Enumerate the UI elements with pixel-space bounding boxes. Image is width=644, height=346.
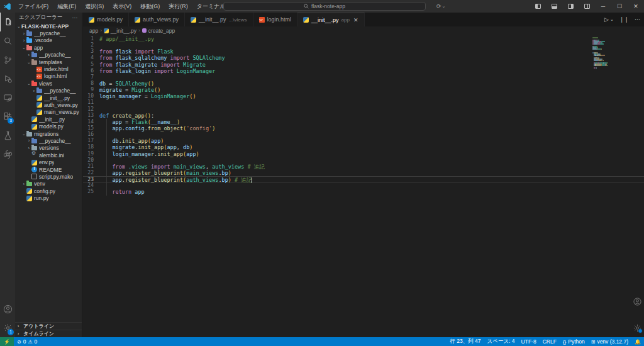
tab-models-py[interactable]: models.py	[83, 13, 129, 26]
html-icon	[36, 74, 42, 79]
customize-layout-icon[interactable]	[579, 0, 595, 13]
line-content: migrate = Migrate()	[99, 87, 160, 93]
explorer-icon[interactable]	[0, 13, 15, 31]
tab-suffix: ...\views	[229, 17, 247, 23]
encoding[interactable]: UTF-8	[518, 337, 540, 346]
tree-item--pycache-[interactable]: ›__pycache__	[15, 52, 82, 59]
tree-item-label: run.py	[34, 195, 49, 201]
more-actions-icon[interactable]: ⋯	[635, 16, 640, 23]
run-button[interactable]: ▷	[604, 16, 609, 23]
menu-item-r[interactable]: 実行(R)	[164, 0, 192, 13]
testing-icon[interactable]	[0, 126, 15, 145]
tree-item-label: __pycache__	[34, 30, 66, 36]
badge: 3	[8, 118, 14, 124]
tree-item-auth-views-py[interactable]: auth_views.py	[15, 101, 82, 108]
menu-item-v[interactable]: 表示(V)	[108, 0, 136, 13]
tree-item-alembic-ini[interactable]: alembic.ini	[15, 152, 82, 159]
tree-item-readme[interactable]: README	[15, 166, 82, 173]
run-debug-icon[interactable]	[0, 69, 15, 88]
tree-item--init-py[interactable]: __init__.py	[15, 94, 82, 101]
tree-item-templates[interactable]: ⌄templates	[15, 59, 82, 65]
breadcrumb-item[interactable]: app	[89, 28, 98, 34]
tree-item-label: __pycache__	[39, 138, 71, 144]
html-icon	[36, 67, 42, 72]
tree-item--pycache-[interactable]: ›__pycache__	[15, 87, 82, 94]
tree-item-config-py[interactable]: config.py	[15, 187, 82, 194]
code-line-9: 9migrate = Migrate()	[83, 87, 644, 93]
notifications-bell[interactable]: 🔔	[631, 337, 644, 346]
python-icon[interactable]	[0, 145, 15, 164]
toggle-panel-icon[interactable]	[546, 0, 562, 13]
code-editor[interactable]: 1# app/__init__.py23from flask import Fl…	[83, 35, 644, 328]
tree-item-label: __pycache__	[44, 87, 76, 94]
tree-item-models-py[interactable]: models.py	[15, 123, 82, 130]
extensions-icon[interactable]: 3	[0, 107, 15, 126]
tab--init-py[interactable]: __init__.py...\views	[185, 13, 253, 26]
breadcrumb-item[interactable]: __init__.py	[111, 28, 136, 34]
tree-item-run-py[interactable]: run.py	[15, 194, 82, 201]
folder-icon	[26, 38, 32, 43]
toggle-primary-sidebar-icon[interactable]	[530, 0, 546, 13]
tree-item--vscode[interactable]: ›.vscode	[15, 37, 82, 44]
tab-close-icon[interactable]: ✕	[353, 17, 358, 23]
toggle-secondary-sidebar-icon[interactable]	[562, 0, 579, 13]
window-close-button[interactable]: ✕	[628, 0, 644, 13]
python-interpreter[interactable]: ⊞venv (3.12.7)	[588, 337, 631, 346]
tree-item--init-py[interactable]: __init__.py	[15, 116, 82, 123]
indentation[interactable]: スペース: 4	[484, 337, 518, 346]
tab-login-html[interactable]: login.html	[253, 13, 298, 26]
menu-item-f[interactable]: ファイル(F)	[14, 0, 53, 13]
run-dropdown-icon[interactable]: ⌄	[610, 17, 614, 22]
tree-item--pycache-[interactable]: ›__pycache__	[15, 137, 82, 144]
line-content: migrate.init_app(app, db)	[99, 144, 192, 150]
menu-item-e[interactable]: 編集(E)	[53, 0, 80, 13]
menu-item-s[interactable]: 選択(S)	[80, 0, 108, 13]
tree-item-versions[interactable]: ›versions	[15, 145, 82, 152]
menu-item-g[interactable]: 移動(G)	[136, 0, 164, 13]
tree-item-main-views-py[interactable]: main_views.py	[15, 109, 82, 116]
folder-icon	[26, 182, 32, 186]
tree-item-views[interactable]: ⌄views	[15, 80, 82, 87]
tree-item--pycache-[interactable]: ›__pycache__	[15, 30, 82, 36]
window-minimize-button[interactable]: ─	[595, 0, 611, 13]
remote-explorer-icon[interactable]	[0, 88, 15, 107]
section-タイムライン[interactable]: ›タイムライン	[15, 330, 82, 337]
language-mode[interactable]: {}Python	[560, 337, 588, 346]
problems-status[interactable]: ⊘0 ⚠0	[14, 337, 40, 346]
account-float-icon[interactable]	[633, 297, 641, 306]
tree-item-app[interactable]: ⌄app	[15, 44, 82, 51]
explorer-title: エクスプローラー	[19, 14, 62, 21]
settings-gear-icon[interactable]: 1	[0, 318, 15, 337]
folder-icon	[26, 132, 32, 137]
remote-indicator[interactable]: ⚡	[0, 337, 14, 346]
breadcrumb-item[interactable]: create_app	[148, 28, 175, 34]
source-control-icon[interactable]	[0, 50, 15, 69]
tab--init-py[interactable]: __init__.pyapp✕	[297, 13, 364, 26]
settings-float-icon[interactable]	[633, 323, 641, 332]
search-icon[interactable]	[0, 31, 15, 50]
command-center-search[interactable]: flask-note-app	[223, 2, 426, 11]
tree-item-venv[interactable]: ›venv	[15, 181, 82, 187]
chevron-right-icon: ›	[26, 139, 31, 143]
eol[interactable]: CRLF	[540, 337, 560, 346]
line-content: from flask_migrate import Migrate	[99, 62, 206, 68]
tab-label: models.py	[97, 16, 123, 23]
account-icon[interactable]	[0, 299, 15, 318]
tree-item-env-py[interactable]: env.py	[15, 159, 82, 165]
tab-auth-views-py[interactable]: auth_views.py	[129, 13, 185, 26]
section-アウトライン[interactable]: ›アウトライン	[15, 322, 82, 330]
info-icon	[31, 167, 37, 172]
breadcrumb-separator: ›	[138, 28, 140, 33]
tree-item-index-html[interactable]: index.html	[15, 65, 82, 72]
python-icon	[26, 196, 32, 201]
python-icon	[191, 17, 196, 23]
tree-item-script-py-mako[interactable]: script.py.mako	[15, 173, 82, 180]
refresh-dropdown-icon[interactable]: ⟳⌄	[436, 3, 445, 9]
window-maximize-button[interactable]: ☐	[611, 0, 628, 13]
split-editor-icon[interactable]: ❘❘	[619, 16, 629, 23]
tree-item-flask-note-app[interactable]: ⌄FLASK-NOTE-APP	[15, 23, 82, 30]
tree-item-migrations[interactable]: ⌄migrations	[15, 130, 82, 137]
explorer-more-actions-icon[interactable]: ⋯	[72, 14, 79, 21]
cursor-position[interactable]: 行 23、列 47	[447, 337, 484, 346]
tree-item-login-html[interactable]: login.html	[15, 73, 82, 80]
